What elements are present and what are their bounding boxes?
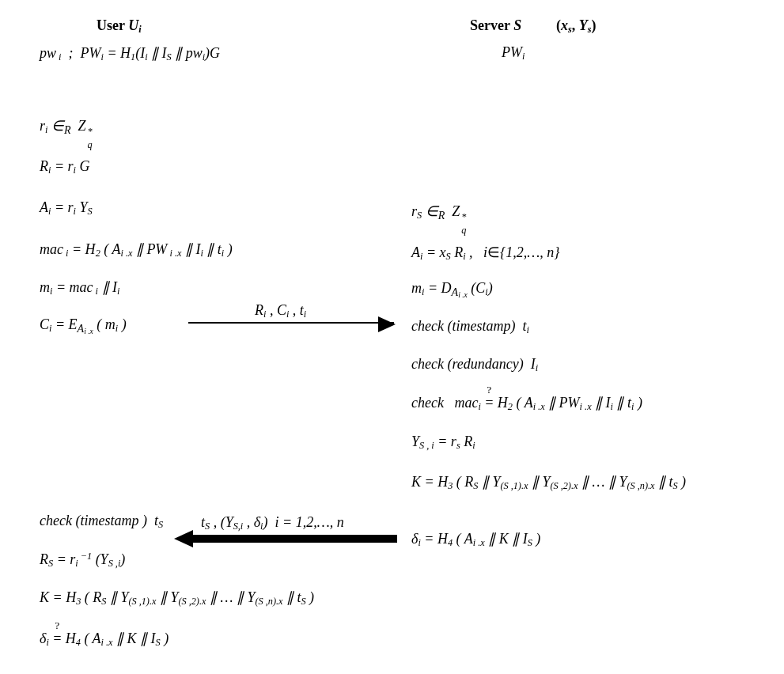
user-K: K = H3 ( RS ∥ Y(S ,1).x ∥ Y(S ,2).x ∥ … … [40,589,314,608]
user-Ai: Ai = ri YS [40,199,93,218]
user-ri: ri ∈R Z*q [40,117,94,137]
user-pw-line: pw i ; PWi = H1(Ii ∥ IS ∥ pwi)G [40,44,220,63]
arrow-user-to-server [188,322,394,324]
user-Ri: Ri = ri G [40,158,89,176]
user-delta: δi ?= H4 ( Ai .x ∥ K ∥ IS ) [40,630,169,649]
user-check-ts2: check (timestamp ) tS [40,513,163,531]
server-check-ts: check (timestamp) ti [411,318,529,336]
server-Ai: Ai = xS Ri , i∈{1,2,…, n} [411,244,560,263]
server-Ysi: YS , i = rs Ri [411,434,475,452]
heading-user-word: User [97,17,128,33]
server-K: K = H3 ( RS ∥ Y(S ,1).x ∥ Y(S ,2).x ∥ … … [411,473,686,492]
user-mi: mi = mac i ∥ Ii [40,278,119,297]
msg1-label: Ri , Ci , ti [255,302,306,320]
user-Ci: Ci = EAi .x ( mi ) [40,316,127,335]
heading-server-keys: (xs, Ys) [556,17,597,36]
server-check-red: check (redundancy) Ii [411,356,538,374]
server-delta: δi = H4 ( Ai .x ∥ K ∥ IS ) [411,530,540,549]
user-mac: mac i = H2 ( Ai .x ∥ PW i .x ∥ Ii ∥ ti ) [40,240,233,259]
heading-user: User Ui [97,17,142,36]
server-PWi: PWi [502,44,525,62]
arrow-server-to-user [188,535,397,543]
server-mi: mi = DAi .x (Ci) [411,280,493,299]
server-check-mac: check maci ?= H2 ( Ai .x ∥ PWi .x ∥ Ii ∥… [411,394,642,413]
user-RS: RS = ri −1 (YS ,i) [40,551,125,570]
server-rs: rS ∈R Z*q [411,203,468,222]
msg2-label: tS , (YS,i , δi) i = 1,2,…, n [201,514,344,532]
heading-server: Server S [470,17,521,34]
heading-user-sym: Ui [128,17,141,33]
